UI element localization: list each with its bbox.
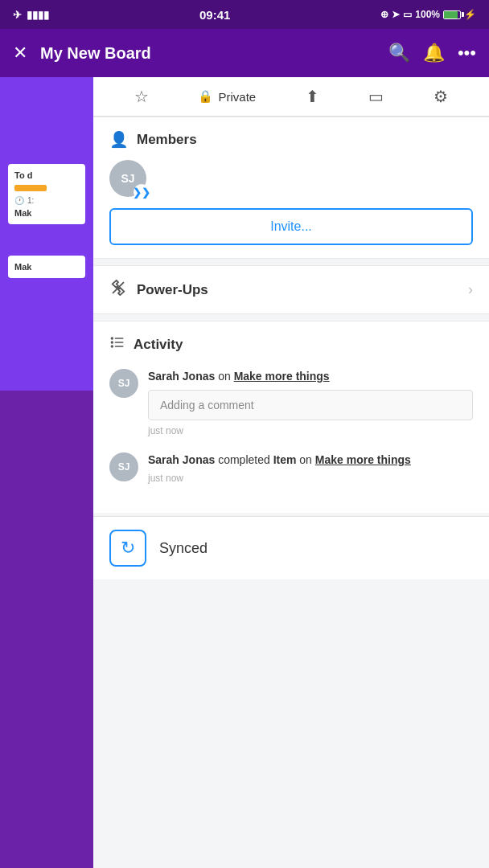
activity-item-label: Item: [273, 453, 297, 466]
card-time: 1:: [27, 196, 34, 205]
activity-text-1: Sarah Jonas on Make more things: [148, 369, 473, 385]
arrow-icon: ➤: [392, 9, 400, 20]
activity-action-2: completed: [218, 453, 273, 466]
status-right: ⊕ ➤ ▭ 100% ⚡: [380, 9, 476, 20]
comment-placeholder-1: Adding a comment: [160, 399, 254, 411]
more-options-icon[interactable]: •••: [458, 43, 476, 63]
battery-icon: [443, 10, 461, 19]
battery-percent: 100%: [415, 9, 440, 20]
status-left: ✈ ▮▮▮▮: [13, 9, 49, 21]
activity-name-1: Sarah Jonas: [148, 370, 215, 383]
bolt-icon: ⚡: [464, 9, 476, 20]
page-title: My New Board: [40, 44, 376, 63]
search-icon[interactable]: 🔍: [388, 43, 410, 63]
activity-avatar-2: SJ: [109, 452, 138, 481]
activity-time-1: just now: [148, 425, 473, 436]
activity-icon: [109, 334, 125, 354]
board-card-2: Mak: [8, 256, 85, 278]
activity-body-1: Sarah Jonas on Make more things Adding a…: [148, 369, 473, 436]
activity-avatar-1: SJ: [109, 369, 138, 398]
synced-row[interactable]: ↻ Synced: [93, 516, 489, 579]
close-button[interactable]: ✕: [13, 43, 27, 63]
archive-icon[interactable]: ▭: [368, 87, 384, 106]
activity-text-2: Sarah Jonas completed Item on Make more …: [148, 452, 473, 469]
powerups-row[interactable]: Power-Ups ›: [93, 265, 489, 314]
comment-box-1: Adding a comment: [148, 390, 473, 420]
activity-item: SJ Sarah Jonas on Make more things Addin…: [109, 369, 473, 436]
app-header: ✕ My New Board 🔍 🔔 •••: [0, 29, 489, 77]
activity-card-1: Make more things: [234, 370, 330, 383]
activity-card-2: Make more things: [315, 453, 411, 466]
activity-time-2: just now: [148, 473, 473, 484]
card-2-text: Mak: [14, 262, 79, 272]
members-icon: 👤: [109, 130, 129, 149]
cast-icon: ▭: [403, 9, 412, 20]
lock-icon: 🔒: [198, 89, 213, 104]
clock-icon: 🕐: [14, 196, 24, 205]
airplane-icon: ✈: [13, 9, 22, 21]
status-time: 09:41: [199, 8, 230, 22]
activity-name-2: Sarah Jonas: [148, 453, 215, 466]
activity-prep-2: on: [299, 453, 314, 466]
private-toggle[interactable]: 🔒 Private: [198, 89, 256, 104]
yellow-label: [14, 185, 47, 191]
location-icon: ⊕: [380, 9, 388, 20]
chevron-right-icon: ›: [468, 281, 473, 298]
sync-icon-wrap: ↻: [109, 530, 146, 567]
activity-avatar-initials-2: SJ: [118, 461, 130, 473]
drawer-panel: ☆ 🔒 Private ⬆ ▭ ⚙ 👤 Members SJ ❯❯ Invite…: [93, 77, 489, 868]
notifications-icon[interactable]: 🔔: [423, 43, 445, 63]
share-icon[interactable]: ⬆: [306, 87, 319, 106]
chevron-up-icon: ❯❯: [133, 187, 150, 198]
card-1-text: Mak: [14, 208, 79, 218]
private-label: Private: [218, 90, 256, 104]
activity-item-2: SJ Sarah Jonas completed Item on Make mo…: [109, 452, 473, 485]
synced-label: Synced: [159, 540, 208, 557]
activity-title-row: Activity: [109, 334, 473, 354]
board-column-title: To d: [14, 170, 79, 180]
member-avatar-wrap[interactable]: SJ ❯❯: [109, 160, 146, 197]
card-clock-row: 🕐 1:: [14, 196, 79, 205]
drawer-toolbar: ☆ 🔒 Private ⬆ ▭ ⚙: [93, 77, 489, 117]
activity-body-2: Sarah Jonas completed Item on Make more …: [148, 452, 473, 485]
sync-icon: ↻: [121, 538, 135, 559]
activity-label: Activity: [134, 337, 183, 353]
activity-section: Activity SJ Sarah Jonas on Make more thi…: [93, 321, 489, 513]
settings-icon[interactable]: ⚙: [434, 87, 448, 106]
members-section: 👤 Members SJ ❯❯ Invite...: [93, 117, 489, 259]
avatar-badge: ❯❯: [134, 184, 150, 200]
svg-point-5: [112, 342, 113, 343]
status-bar: ✈ ▮▮▮▮ 09:41 ⊕ ➤ ▭ 100% ⚡: [0, 0, 489, 29]
board-background: To d 🕐 1: Mak Mak: [0, 77, 93, 391]
signal-bars: ▮▮▮▮: [27, 9, 49, 21]
members-label: Members: [137, 132, 197, 148]
svg-point-6: [112, 346, 113, 347]
board-card-1: To d 🕐 1: Mak: [8, 164, 85, 224]
avatar-initials: SJ: [121, 172, 134, 185]
svg-point-4: [112, 338, 113, 339]
invite-button[interactable]: Invite...: [109, 208, 473, 245]
activity-avatar-initials-1: SJ: [118, 378, 130, 389]
powerups-icon: [109, 279, 127, 301]
star-icon[interactable]: ☆: [134, 87, 149, 106]
members-title-row: 👤 Members: [109, 130, 473, 149]
powerups-label: Power-Ups: [137, 282, 468, 298]
activity-preposition-1: on: [218, 370, 233, 383]
